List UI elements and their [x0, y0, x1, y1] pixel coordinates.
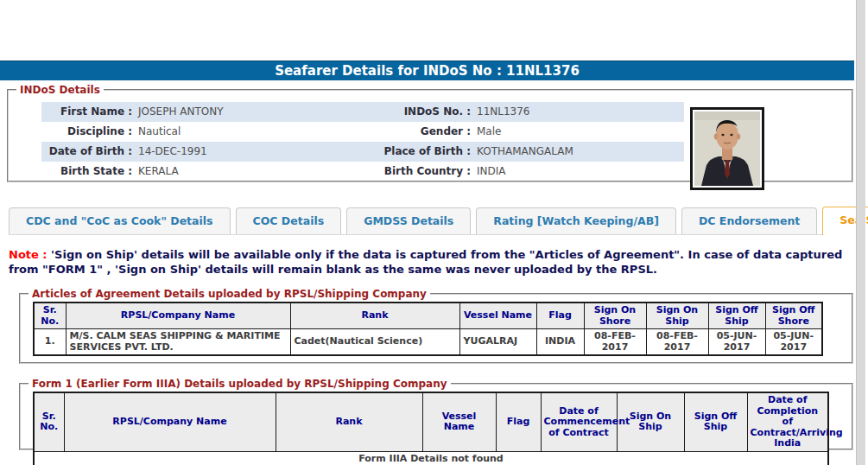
form1-not-found-message: Form IIIA Details not found: [34, 451, 828, 465]
cell-company: M/S. CALM SEAS SHIPPING & MARITIME SERVI…: [66, 329, 290, 356]
indos-no-label: INDoS No. :: [380, 102, 477, 122]
form1-section: Form 1 (Earlier Form IIIA) Details uploa…: [19, 378, 853, 450]
birth-state-label: Birth State :: [41, 162, 138, 182]
scrollbar-thumb[interactable]: [857, 0, 865, 465]
indos-details-legend: INDoS Details: [16, 84, 104, 96]
note-prefix: Note :: [9, 248, 48, 261]
place-of-birth-label: Place of Birth :: [380, 142, 477, 162]
header-sign-on-ship: Sign On Ship: [646, 303, 708, 329]
cell-sign-off-shore: 05-JUN-2017: [765, 329, 822, 356]
header-sign-off-shore: Sign Off Shore: [765, 303, 822, 329]
header-company: RPSL/Company Name: [66, 303, 290, 329]
birth-state-value: KERALA: [138, 162, 380, 182]
tab-coc-details[interactable]: COC Details: [236, 207, 342, 234]
articles-table: Sr. No. RPSL/Company Name Rank Vessel Na…: [33, 302, 823, 356]
header-sr-no: Sr. No.: [34, 303, 66, 329]
tab-gmdss-details[interactable]: GMDSS Details: [346, 207, 471, 234]
place-of-birth-value: KOTHAMANGALAM: [477, 142, 684, 162]
header-sr-no: Sr. No.: [34, 392, 64, 451]
discipline-value: Nautical: [138, 122, 380, 142]
gender-label: Gender :: [380, 122, 477, 142]
tab-cdc-coc-as-cook-details[interactable]: CDC and "CoC as Cook" Details: [9, 207, 231, 234]
cell-sign-on-ship: 08-FEB-2017: [646, 329, 708, 356]
date-of-birth-value: 14-DEC-1991: [138, 142, 380, 162]
header-flag: Flag: [536, 303, 584, 329]
cell-sign-off-ship: 05-JUN-2017: [708, 329, 765, 356]
table-row: 1. M/S. CALM SEAS SHIPPING & MARITIME SE…: [34, 329, 822, 356]
birth-country-label: Birth Country :: [380, 162, 477, 182]
seafarer-details-page: Seafarer Details for INDoS No : 11NL1376…: [0, 0, 868, 465]
indos-no-value: 11NL1376: [477, 102, 684, 122]
table-header-row: Sr. No. RPSL/Company Name Rank Vessel Na…: [34, 303, 822, 329]
header-rank: Rank: [290, 303, 459, 329]
vertical-scrollbar[interactable]: [856, 0, 865, 465]
form1-legend: Form 1 (Earlier Form IIIA) Details uploa…: [29, 378, 451, 390]
articles-of-agreement-section: Articles of Agreement Details uploaded b…: [19, 288, 853, 364]
cell-sr-no: 1.: [34, 329, 66, 356]
detail-row: Date of Birth : 14-DEC-1991 Place of Bir…: [41, 142, 684, 162]
detail-row: Discipline : Nautical Gender : Male: [41, 122, 684, 142]
seafarer-photo: [690, 107, 764, 190]
note: Note : 'Sign on Ship' details will be av…: [9, 248, 857, 277]
indos-details-grid: First Name : JOSEPH ANTONY INDoS No. : 1…: [41, 102, 684, 182]
tab-bar: CDC and "CoC as Cook" Details COC Detail…: [9, 207, 854, 235]
birth-country-value: INDIA: [477, 162, 684, 182]
note-body: 'Sign on Ship' details will be available…: [9, 248, 842, 276]
page-title: Seafarer Details for INDoS No : 11NL1376: [0, 61, 854, 80]
header-date-completion: Date of Completion of Contract/Arriving …: [747, 392, 828, 451]
detail-row: First Name : JOSEPH ANTONY INDoS No. : 1…: [41, 102, 684, 122]
cell-sign-on-shore: 08-FEB-2017: [584, 329, 646, 356]
cell-vessel: YUGALRAJ: [459, 329, 536, 356]
header-sign-off-ship: Sign Off Ship: [684, 392, 747, 451]
header-date-commencement: Date of Commencement of Contract: [541, 392, 617, 451]
tab-dc-endorsement[interactable]: DC Endorsement: [681, 207, 817, 234]
cell-flag: INDIA: [536, 329, 584, 356]
form1-table: Sr. No. RPSL/Company Name Rank Vessel Na…: [33, 392, 829, 465]
header-rank: Rank: [276, 392, 422, 451]
header-vessel: Vessel Name: [459, 303, 536, 329]
tab-rating-watch-keeping-ab[interactable]: Rating [Watch Keeping/AB]: [476, 207, 676, 234]
header-sign-off-ship: Sign Off Ship: [708, 303, 765, 329]
header-sign-on-shore: Sign On Shore: [584, 303, 646, 329]
indos-details-section: INDoS Details First Name : JOSEPH ANTONY…: [7, 84, 853, 182]
header-vessel: Vessel Name: [422, 392, 496, 451]
date-of-birth-label: Date of Birth :: [41, 142, 138, 162]
portrait-image: [694, 111, 760, 186]
first-name-label: First Name :: [41, 102, 138, 122]
table-header-row: Sr. No. RPSL/Company Name Rank Vessel Na…: [34, 392, 828, 451]
header-flag: Flag: [496, 392, 541, 451]
gender-value: Male: [477, 122, 684, 142]
articles-legend: Articles of Agreement Details uploaded b…: [29, 288, 430, 300]
cell-rank: Cadet(Nautical Science): [290, 329, 459, 356]
discipline-label: Discipline :: [41, 122, 138, 142]
table-empty-row: Form IIIA Details not found: [34, 451, 828, 465]
header-company: RPSL/Company Name: [64, 392, 276, 451]
detail-row: Birth State : KERALA Birth Country : IND…: [41, 162, 684, 182]
first-name-value: JOSEPH ANTONY: [138, 102, 380, 122]
